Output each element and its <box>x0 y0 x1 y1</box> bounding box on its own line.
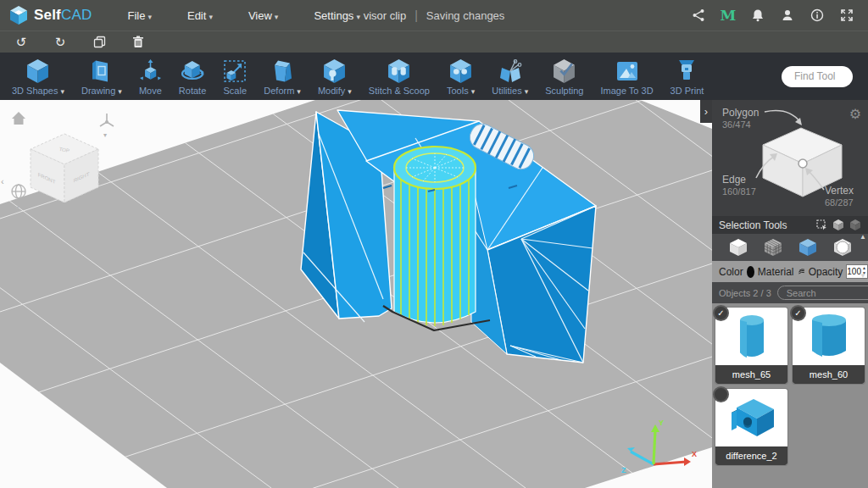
perspective-caret[interactable]: ▾ <box>15 204 19 212</box>
redo-icon[interactable]: ↻ <box>51 34 70 51</box>
find-tool-input[interactable] <box>782 66 853 87</box>
mode-sphere-cube-icon[interactable] <box>832 236 854 258</box>
tool-sculpting[interactable]: Sculpting <box>537 53 592 100</box>
menu-bar: File▾ Edit▾ View▾ Settings▾ <box>115 2 383 30</box>
move-icon <box>139 58 162 83</box>
marquee-select-icon[interactable] <box>816 219 827 230</box>
vertex-label: Vertex <box>825 185 854 197</box>
axis-view-icon[interactable] <box>100 114 114 126</box>
chevron-down-icon: ▾ <box>297 87 301 96</box>
chevron-down-icon: ▾ <box>60 87 64 96</box>
object-checkbox-unchecked[interactable] <box>713 386 729 402</box>
menu-file[interactable]: File▾ <box>115 2 163 30</box>
mode-wireframe-cube-icon[interactable] <box>762 236 784 258</box>
object-name: mesh_60 <box>793 365 865 384</box>
scroll-down-arrow[interactable]: ▼ <box>860 272 866 280</box>
object-name: difference_2 <box>715 446 787 465</box>
mode-solid-cube-icon[interactable] <box>727 236 749 258</box>
scroll-up-arrow[interactable]: ▲ <box>860 233 866 241</box>
color-swatch[interactable] <box>747 266 754 278</box>
chevron-down-icon: ▾ <box>471 87 476 96</box>
object-card-difference-2[interactable]: difference_2 <box>715 389 787 465</box>
fullscreen-icon[interactable] <box>836 4 858 26</box>
left-panel-chevron[interactable]: ‹ <box>1 176 4 186</box>
color-label: Color <box>719 266 743 278</box>
utilities-icon <box>498 58 522 83</box>
menu-view[interactable]: View▾ <box>236 2 290 30</box>
objects-search-input[interactable] <box>787 288 868 298</box>
tool-3d-print[interactable]: 3D Print <box>662 53 713 100</box>
objects-header: Objects 2 / 3 ⚙ <box>712 282 868 303</box>
chevron-down-icon: ▾ <box>525 87 529 96</box>
tool-deform[interactable]: Deform▾ <box>255 53 309 100</box>
appearance-bar: Color Material Opacity 100 ▲▼ <box>712 261 868 282</box>
tool-move[interactable]: Move <box>131 53 170 100</box>
tool-tools[interactable]: Tools▾ <box>438 53 483 100</box>
mode-object-cube-icon-selected[interactable] <box>797 236 819 258</box>
rotate-icon <box>181 58 204 83</box>
undo-icon[interactable]: ↺ <box>12 34 31 51</box>
chevron-down-icon: ▾ <box>356 13 360 21</box>
edge-value: 160/817 <box>722 186 756 197</box>
menu-settings[interactable]: Settings▾ <box>302 2 372 30</box>
object-checkbox-checked[interactable]: ✓ <box>713 305 729 321</box>
modify-icon <box>323 58 346 83</box>
material-icon[interactable] <box>798 266 805 278</box>
multi-face-select-icon[interactable] <box>832 219 844 230</box>
chevron-down-icon: ▾ <box>118 87 122 96</box>
tool-scale[interactable]: Scale <box>214 53 255 100</box>
axis-y-label: Y <box>659 419 664 427</box>
viewport-canvas[interactable]: TOP FRONT RIGHT ▾ ▾ ‹ <box>0 100 712 488</box>
material-label: Material <box>758 266 794 278</box>
tool-utilities[interactable]: Utilities▾ <box>483 53 537 100</box>
selfcad-logo[interactable]: SelfCAD <box>0 5 92 25</box>
axis-x-label: X <box>692 450 697 458</box>
notifications-bell-icon[interactable] <box>747 4 769 26</box>
objects-search[interactable] <box>777 286 868 300</box>
axis-view-caret[interactable]: ▾ <box>103 131 107 139</box>
selection-tools-title: Selection Tools <box>719 219 787 231</box>
monogram-m-icon[interactable]: M <box>717 4 739 26</box>
account-icon[interactable] <box>776 4 798 26</box>
image-to-3d-icon <box>615 58 639 83</box>
tool-3d-shapes[interactable]: 3D Shapes▾ <box>3 53 73 100</box>
copy-icon[interactable] <box>90 34 108 51</box>
object-card-mesh-65[interactable]: ✓ mesh_65 <box>715 308 787 384</box>
sculpting-icon <box>553 58 576 83</box>
viewport-3d[interactable]: TOP FRONT RIGHT ▾ ▾ ‹ <box>0 100 712 488</box>
share-icon[interactable] <box>687 4 709 26</box>
edge-label: Edge <box>722 174 746 186</box>
chevron-down-icon: ▾ <box>275 13 279 21</box>
3d-shapes-cube-icon <box>26 58 49 83</box>
divider: | <box>415 8 418 22</box>
delete-trash-icon[interactable] <box>129 34 147 51</box>
scale-icon <box>223 58 247 83</box>
quick-actions-bar: ↺ ↻ <box>0 30 868 53</box>
solid-select-icon[interactable] <box>849 219 861 230</box>
tool-rotate[interactable]: Rotate <box>170 53 214 100</box>
home-view-icon[interactable] <box>12 112 25 125</box>
titlebar-actions: M <box>687 4 868 26</box>
tool-image-to-3d[interactable]: Image To 3D <box>592 53 661 100</box>
right-panel: Polygon 36/474 ⚙ Edge 160/817 Vertex 68/… <box>712 100 868 488</box>
drawing-icon <box>91 58 113 83</box>
deform-icon <box>271 58 293 83</box>
tool-stitch-scoop[interactable]: Stitch & Scoop <box>360 53 438 100</box>
opacity-label: Opacity <box>809 266 843 278</box>
perspective-globe-icon[interactable] <box>12 185 25 198</box>
tool-modify[interactable]: Modify▾ <box>309 53 360 100</box>
right-panel-collapse-chevron[interactable]: › <box>700 100 712 123</box>
object-checkbox-checked[interactable]: ✓ <box>790 305 806 321</box>
tools-icon <box>449 58 472 83</box>
axis-z-label: Z <box>621 466 626 474</box>
selfcad-logo-icon <box>8 5 29 25</box>
vertex-value: 68/287 <box>825 197 854 208</box>
info-icon[interactable] <box>806 4 828 26</box>
menu-edit[interactable]: Edit▾ <box>175 2 225 30</box>
tool-drawing[interactable]: Drawing▾ <box>73 53 131 100</box>
objects-count: Objects 2 / 3 <box>719 288 771 298</box>
object-card-mesh-60[interactable]: ✓ mesh_60 <box>793 308 865 384</box>
objects-list: ✓ mesh_65 ✓ mesh_60 difference_2 <box>712 303 868 488</box>
chevron-down-icon: ▾ <box>147 13 152 21</box>
chevron-down-icon: ▾ <box>209 13 213 21</box>
